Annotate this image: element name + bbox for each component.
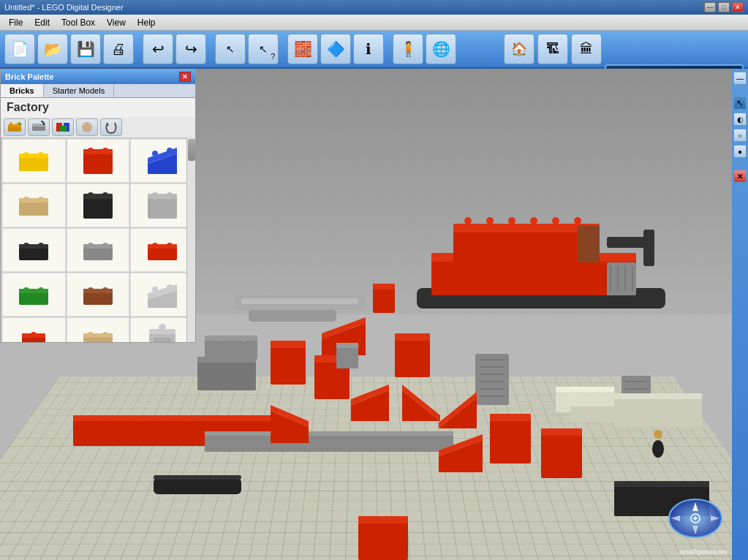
- svg-point-57: [530, 217, 537, 224]
- save-button[interactable]: 💾: [70, 34, 101, 64]
- open-button[interactable]: 📂: [37, 34, 68, 64]
- svg-rect-157: [19, 198, 48, 203]
- maximize-button[interactable]: □: [718, 2, 730, 12]
- filter-shape-button[interactable]: [76, 118, 98, 136]
- svg-point-4: [129, 415, 135, 421]
- svg-rect-31: [395, 339, 430, 377]
- svg-rect-96: [358, 522, 408, 560]
- svg-point-10: [260, 415, 266, 421]
- right-tool3-button[interactable]: ○: [733, 129, 747, 142]
- new-button[interactable]: 📄: [4, 34, 35, 64]
- brick-black-tall[interactable]: [67, 183, 130, 227]
- brick-yellow-flat[interactable]: [2, 139, 66, 183]
- palette-grid: [1, 137, 195, 342]
- nav-compass[interactable]: [668, 498, 723, 538]
- brick-tan-short[interactable]: [67, 317, 130, 342]
- scrollbar-thumb[interactable]: [188, 139, 195, 161]
- svg-rect-50: [431, 259, 636, 295]
- svg-point-48: [381, 284, 387, 290]
- brick-red-tall[interactable]: [67, 139, 130, 183]
- theme2-button[interactable]: 🏗: [537, 34, 568, 64]
- svg-rect-177: [148, 244, 177, 249]
- svg-point-17: [334, 431, 339, 436]
- svg-rect-68: [475, 354, 509, 405]
- redo-button[interactable]: ↪: [175, 34, 206, 64]
- svg-point-3: [107, 415, 113, 421]
- svg-rect-202: [154, 338, 171, 342]
- brick-black-short[interactable]: [2, 228, 66, 272]
- palette-titlebar: Brick Palette ✕: [1, 69, 195, 84]
- menu-file[interactable]: File: [3, 16, 29, 29]
- minimize-button[interactable]: —: [704, 2, 716, 12]
- svg-point-201: [159, 324, 166, 331]
- toolbar: 📄 📂 💾 🖨 ↩ ↪ ↖ ↖? 🧱 🔷 ℹ 🧍 🌐 🏠 🏗 🏛 🏛 MODUL…: [0, 31, 748, 69]
- svg-point-92: [670, 393, 676, 399]
- svg-point-194: [31, 332, 37, 338]
- svg-rect-176: [148, 247, 177, 260]
- info-button[interactable]: ℹ: [353, 34, 384, 64]
- svg-point-27: [320, 355, 327, 363]
- brick-brown-short[interactable]: [67, 273, 130, 317]
- right-tool1-button[interactable]: ↖: [733, 97, 747, 110]
- build-button[interactable]: 🧱: [287, 34, 318, 64]
- svg-point-178: [152, 243, 158, 249]
- palette-close-button[interactable]: ✕: [179, 72, 191, 82]
- svg-rect-145: [19, 154, 48, 158]
- brick-red-2x1[interactable]: [2, 317, 66, 342]
- brick-lightgray-round[interactable]: [130, 317, 194, 342]
- svg-rect-169: [19, 244, 48, 249]
- svg-point-197: [88, 332, 94, 338]
- svg-rect-168: [19, 247, 48, 260]
- svg-point-54: [464, 217, 472, 224]
- svg-point-111: [517, 414, 524, 421]
- svg-rect-108: [490, 420, 531, 463]
- svg-point-2: [85, 415, 91, 421]
- brick-gray-tall[interactable]: [130, 183, 194, 227]
- svg-rect-180: [19, 292, 48, 305]
- svg-point-8: [216, 415, 222, 421]
- menu-view[interactable]: View: [101, 16, 132, 29]
- brick-blue-slope[interactable]: [130, 139, 194, 183]
- brick-red-short[interactable]: [130, 228, 194, 272]
- collapse-panel-button[interactable]: —: [733, 72, 747, 85]
- view3d-button[interactable]: 🔷: [320, 34, 351, 64]
- menu-toolbox[interactable]: Tool Box: [56, 16, 101, 29]
- right-tool4-button[interactable]: ●: [733, 145, 747, 158]
- globe-button[interactable]: 🌐: [426, 34, 456, 64]
- tab-bricks[interactable]: Bricks: [1, 84, 44, 97]
- svg-text:+: +: [18, 121, 22, 127]
- filter-add-button[interactable]: +: [4, 118, 26, 136]
- svg-point-9: [238, 415, 244, 421]
- svg-rect-11: [205, 434, 453, 452]
- brick-green-short[interactable]: [2, 273, 66, 317]
- menu-help[interactable]: Help: [132, 16, 162, 29]
- close-button[interactable]: ✕: [732, 2, 744, 12]
- titlebar: Untitled* - LEGO Digital Designer — □ ✕: [0, 0, 748, 15]
- svg-rect-185: [83, 289, 113, 293]
- delete-button[interactable]: ✕: [733, 170, 747, 183]
- svg-point-83: [564, 387, 570, 393]
- menu-edit[interactable]: Edit: [29, 16, 56, 29]
- filter-reset-button[interactable]: [100, 118, 122, 136]
- svg-point-18: [363, 431, 368, 436]
- brick-lightgray-angled[interactable]: [130, 273, 194, 317]
- print-button[interactable]: 🖨: [103, 34, 134, 64]
- undo-button[interactable]: ↩: [143, 34, 173, 64]
- minifig-button[interactable]: 🧍: [393, 34, 423, 64]
- svg-rect-94: [154, 478, 241, 494]
- theme3-button[interactable]: 🏛: [571, 34, 602, 64]
- tab-starter-models[interactable]: Starter Models: [44, 84, 115, 97]
- brick-tan-flat[interactable]: [2, 183, 66, 227]
- help-cursor-button[interactable]: ↖?: [248, 34, 279, 64]
- brick-gray-short[interactable]: [67, 228, 130, 272]
- theme1-button[interactable]: 🏠: [504, 34, 534, 64]
- filter-color-button[interactable]: [52, 118, 74, 136]
- svg-rect-42: [197, 357, 256, 363]
- select-button[interactable]: ↖: [215, 34, 246, 64]
- svg-point-179: [167, 243, 173, 249]
- right-tool2-button[interactable]: ◐: [733, 113, 747, 126]
- svg-point-198: [102, 332, 108, 338]
- filter-rotate-button[interactable]: [28, 118, 50, 136]
- palette-scrollbar[interactable]: [186, 137, 195, 342]
- svg-point-174: [88, 243, 94, 249]
